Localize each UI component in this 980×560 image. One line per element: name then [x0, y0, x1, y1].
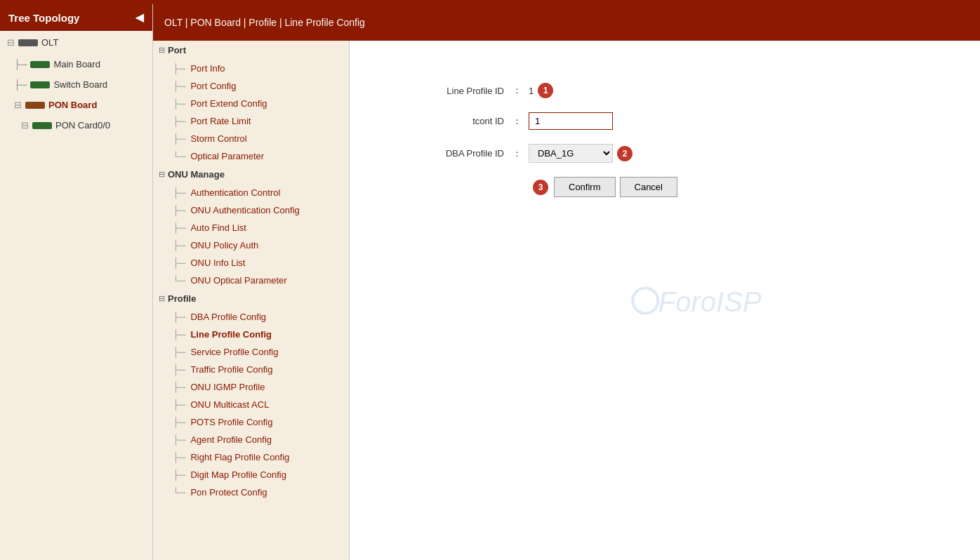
port-info-label: Port Info — [190, 63, 225, 74]
onu-info-list-label: ONU Info List — [190, 258, 245, 268]
profile-section-header[interactable]: ⊟ Profile — [153, 289, 349, 308]
tree-item-pon-board[interactable]: ⊟ PON Board — [0, 95, 152, 115]
auto-find-list-label: Auto Find List — [190, 222, 246, 233]
onu-section-label: ONU Manage — [168, 169, 225, 180]
nav-optical-parameter[interactable]: └─ Optical Parameter — [153, 147, 349, 165]
olt-label: OLT — [41, 37, 58, 48]
content-area: OLT | PON Board | Profile | Line Profile… — [153, 4, 980, 560]
nav-line-profile-config[interactable]: ├─ Line Profile Config — [153, 326, 349, 343]
tcont-id-input[interactable] — [529, 112, 613, 130]
traffic-profile-config-label: Traffic Profile Config — [190, 364, 272, 375]
tree-item-switch-board[interactable]: ├─ Switch Board — [0, 74, 152, 95]
nav-onu-info-list[interactable]: ├─ ONU Info List — [153, 254, 349, 272]
digit-map-profile-config-label: Digit Map Profile Config — [190, 469, 286, 480]
pon-board-connector: ⊟ — [14, 100, 22, 110]
nav-onu-policy-auth[interactable]: ├─ ONU Policy Auth — [153, 236, 349, 254]
nav-auth-control[interactable]: ├─ Authentication Control — [153, 184, 349, 201]
service-profile-config-label: Service Profile Config — [190, 347, 278, 357]
confirm-button[interactable]: Confirm — [554, 177, 616, 197]
nav-agent-profile-config[interactable]: ├─ Agent Profile Config — [153, 431, 349, 448]
port-config-label: Port Config — [190, 81, 236, 91]
sidebar-arrow[interactable]: ◀ — [135, 11, 144, 24]
nav-pots-profile-config[interactable]: ├─ POTS Profile Config — [153, 413, 349, 431]
onu-multicast-acl-label: ONU Multicast ACL — [190, 399, 269, 410]
auth-control-label: Authentication Control — [190, 187, 280, 198]
pon-protect-config-label: Pon Protect Config — [190, 487, 267, 498]
nav-auto-find-list[interactable]: ├─ Auto Find List — [153, 219, 349, 236]
nav-port-rate-limit[interactable]: ├─ Port Rate Limit — [153, 112, 349, 130]
nav-port-config[interactable]: ├─ Port Config — [153, 77, 349, 95]
profile-toggle: ⊟ — [159, 294, 165, 303]
port-section-header[interactable]: ⊟ Port — [153, 41, 349, 60]
sidebar-header[interactable]: Tree Topology ◀ — [0, 4, 152, 31]
nav-digit-map-profile-config[interactable]: ├─ Digit Map Profile Config — [153, 466, 349, 484]
dba-profile-config-label: DBA Profile Config — [190, 312, 266, 322]
dba-profile-id-row: DBA Profile ID ： DBA_1G DBA_512M DBA_256… — [378, 144, 952, 163]
tree-item-olt[interactable]: ⊟ OLT — [0, 31, 152, 54]
tree-item-pon-card[interactable]: ⊟ PON Card0/0 — [0, 115, 152, 135]
dba-profile-id-select[interactable]: DBA_1G DBA_512M DBA_256M — [529, 144, 613, 163]
switch-board-label: Switch Board — [53, 79, 107, 90]
nav-onu-optical-param[interactable]: └─ ONU Optical Parameter — [153, 272, 349, 289]
cancel-button[interactable]: Cancel — [620, 177, 677, 197]
watermark-circle — [631, 287, 659, 315]
pon-card-icon — [32, 122, 52, 129]
nav-section-port: ⊟ Port ├─ Port Info ├─ Port Config ├─ Po… — [153, 41, 349, 165]
nav-onu-auth-config[interactable]: ├─ ONU Authentication Config — [153, 201, 349, 219]
agent-profile-config-label: Agent Profile Config — [190, 434, 272, 445]
watermark: ForoISP — [631, 284, 761, 318]
dba-profile-id-label: DBA Profile ID — [378, 148, 504, 159]
sidebar: Tree Topology ◀ ⊟ OLT ├─ Main Board ├─ S… — [0, 4, 153, 560]
sidebar-title: Tree Topology — [8, 12, 79, 24]
nav-panel: ⊟ Port ├─ Port Info ├─ Port Config ├─ Po… — [153, 41, 350, 560]
pots-profile-config-label: POTS Profile Config — [190, 417, 272, 427]
nav-pon-protect-config[interactable]: └─ Pon Protect Config — [153, 484, 349, 501]
nav-traffic-profile-config[interactable]: ├─ Traffic Profile Config — [153, 361, 349, 378]
olt-connector: ⊟ — [7, 37, 15, 48]
line-profile-id-value: 1 — [529, 86, 534, 96]
olt-icon — [18, 39, 38, 46]
main-board-label: Main Board — [53, 59, 100, 69]
nav-section-onu: ⊟ ONU Manage ├─ Authentication Control ├… — [153, 165, 349, 289]
nav-right-flag-profile-config[interactable]: ├─ Right Flag Profile Config — [153, 448, 349, 466]
buttons-row: ： 3 Confirm Cancel — [378, 177, 952, 197]
step-badge-3: 3 — [533, 180, 548, 195]
port-extend-config-label: Port Extend Config — [190, 98, 267, 109]
step-badge-1: 1 — [538, 83, 553, 98]
nav-dba-profile-config[interactable]: ├─ DBA Profile Config — [153, 308, 349, 326]
onu-optical-param-label: ONU Optical Parameter — [190, 275, 286, 286]
dba-profile-id-colon: ： — [512, 147, 522, 160]
breadcrumb: OLT | PON Board | Profile | Line Profile… — [153, 4, 980, 41]
nav-port-info[interactable]: ├─ Port Info — [153, 60, 349, 77]
nav-service-profile-config[interactable]: ├─ Service Profile Config — [153, 343, 349, 361]
nav-storm-control[interactable]: ├─ Storm Control — [153, 130, 349, 147]
main-board-icon — [30, 61, 50, 68]
switch-board-icon — [30, 81, 50, 88]
main-board-connector: ├─ — [14, 59, 27, 69]
right-flag-profile-config-label: Right Flag Profile Config — [190, 452, 289, 462]
nav-port-extend-config[interactable]: ├─ Port Extend Config — [153, 95, 349, 112]
pon-board-label: PON Board — [48, 100, 97, 110]
nav-onu-igmp-profile[interactable]: ├─ ONU IGMP Profile — [153, 378, 349, 396]
onu-igmp-profile-label: ONU IGMP Profile — [190, 382, 265, 392]
pon-card-connector: ⊟ — [21, 120, 29, 131]
line-profile-config-label: Line Profile Config — [190, 329, 272, 340]
switch-board-connector: ├─ — [14, 79, 27, 90]
tree-item-main-board[interactable]: ├─ Main Board — [0, 54, 152, 74]
port-rate-limit-label: Port Rate Limit — [190, 116, 251, 126]
tcont-id-row: tcont ID ： — [378, 112, 952, 130]
line-profile-id-colon: ： — [512, 84, 522, 97]
profile-section-label: Profile — [168, 293, 196, 304]
onu-auth-config-label: ONU Authentication Config — [190, 205, 299, 215]
tcont-id-colon: ： — [512, 115, 522, 128]
onu-toggle: ⊟ — [159, 170, 165, 179]
nav-section-profile: ⊟ Profile ├─ DBA Profile Config ├─ Line … — [153, 289, 349, 501]
nav-onu-multicast-acl[interactable]: ├─ ONU Multicast ACL — [153, 396, 349, 413]
pon-board-icon — [25, 102, 45, 109]
port-section-label: Port — [168, 45, 186, 55]
form-area: Line Profile ID ： 1 1 tcont ID ： DBA Pro… — [364, 55, 966, 239]
storm-control-label: Storm Control — [190, 133, 246, 144]
onu-section-header[interactable]: ⊟ ONU Manage — [153, 165, 349, 184]
main-panel: ForoISP Line Profile ID ： 1 1 tcont ID ： — [350, 41, 980, 560]
line-profile-id-label: Line Profile ID — [378, 86, 504, 96]
